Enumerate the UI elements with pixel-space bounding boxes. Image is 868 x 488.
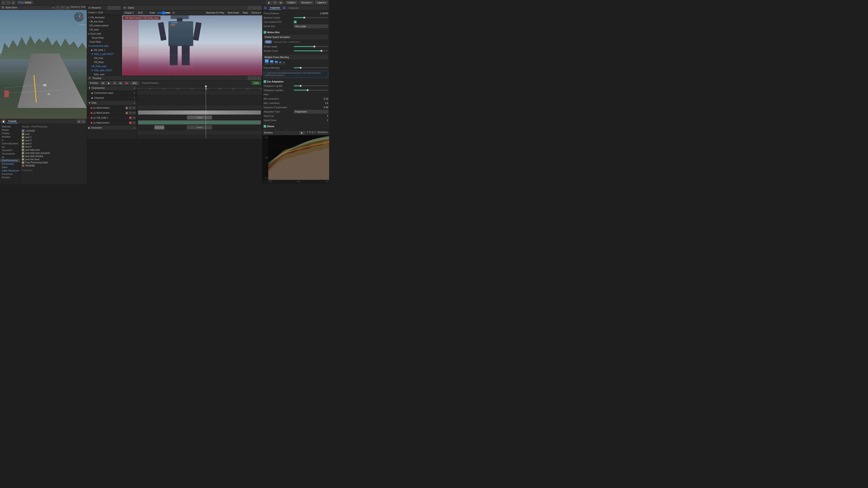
kernel-size-value[interactable]: Very Large xyxy=(294,25,328,28)
global-label[interactable]: Global xyxy=(25,1,31,4)
track-add-clearshot[interactable]: + xyxy=(134,97,135,99)
nav-cinemachine[interactable]: Cinemachine xyxy=(0,152,20,156)
file-license[interactable]: f LICENSE xyxy=(21,129,86,132)
hier-dolly-auto[interactable]: Dolly_auto xyxy=(87,72,122,75)
hier-cm-wide[interactable]: CM_wide xyxy=(87,28,122,32)
clip-mc2-muted[interactable]: Muted xyxy=(187,116,212,120)
tl-go-end-btn[interactable]: ⏭ xyxy=(118,81,123,85)
file-post[interactable]: ▶ post xyxy=(21,132,86,135)
undo-button[interactable]: ↩ xyxy=(1,1,5,5)
hier-dolly-auto-root[interactable]: ▼ Dolly_auto_ROOT xyxy=(87,68,122,72)
nav-modified[interactable]: Modified xyxy=(0,135,20,138)
hierarchy-create-btn[interactable]: Create ▾ xyxy=(88,11,96,14)
scene-add-btn[interactable]: + xyxy=(56,6,60,10)
tl-play-btn[interactable]: ▶ xyxy=(106,81,112,85)
file-post-dolly-auto-red[interactable]: ▶ post dolly auto red pants xyxy=(21,151,86,155)
nav-de[interactable]: de xyxy=(0,156,20,159)
hist-log-max-slider[interactable] xyxy=(294,90,328,91)
mute-label[interactable]: Mute Audio xyxy=(228,11,239,14)
console-filter-btn[interactable]: ⚙ xyxy=(81,120,86,124)
pivot-global-toggle[interactable]: Pivot Global xyxy=(17,1,33,4)
nav-ts[interactable]: ts xyxy=(0,138,20,142)
hier-cloud-multi[interactable]: ▶ Cloud multi xyxy=(87,32,122,36)
file-post5[interactable]: ▶ post 5 xyxy=(21,142,86,145)
tl-pause-btn[interactable]: ⏸ xyxy=(112,81,117,85)
gizmos-label[interactable]: Gizmos ▾ xyxy=(251,11,261,14)
track-mute-btn2[interactable]: M xyxy=(132,111,135,115)
hier-cloud-head[interactable]: Cloud Head xyxy=(87,36,122,40)
characters-group-header[interactable]: ▶ Characters + xyxy=(87,125,136,130)
adapt-type-value[interactable]: Progressive xyxy=(294,110,328,113)
hier-dolly1-path-root[interactable]: ▼ Dolly 1_path ROOT xyxy=(87,52,122,56)
aperture-slider[interactable] xyxy=(294,17,328,18)
nav-models[interactable]: Models xyxy=(0,128,20,132)
hier-min-btn[interactable]: — xyxy=(107,6,112,10)
eye-adaptation-checkbox[interactable]: ✓ xyxy=(264,80,266,83)
waveform-label[interactable]: Waveform xyxy=(318,131,328,135)
nav-am[interactable]: am xyxy=(0,145,20,149)
track-add-cm-basic[interactable]: + xyxy=(134,92,135,94)
file-post4[interactable]: ▶ post 4 xyxy=(21,139,86,142)
file-post2[interactable]: ▶ post 2 xyxy=(21,135,86,139)
cinemachine-group-header[interactable]: ▼ Cinemachine + xyxy=(87,86,136,91)
redo-button[interactable]: ↪ xyxy=(6,1,10,5)
clip-mc3-feet[interactable]: CM_Feet xyxy=(154,125,164,129)
aspect-label[interactable]: 16:9 xyxy=(137,11,143,14)
file-readme[interactable]: f README xyxy=(21,164,86,167)
clip-mc3-muted[interactable]: Muted xyxy=(187,125,212,129)
scale-btn[interactable]: ScAl xyxy=(81,6,86,10)
dolly-group-header[interactable]: ▼ Dolly + xyxy=(87,101,136,105)
console-tab[interactable]: Console xyxy=(7,120,18,123)
monitors-play-btn[interactable]: ▶ xyxy=(300,131,305,135)
track-lock-btn[interactable]: 🔒 xyxy=(125,106,128,109)
hier-max-btn[interactable]: □ xyxy=(112,6,116,10)
sample-count-slider[interactable] xyxy=(294,51,328,51)
r-channel-btn[interactable]: R xyxy=(309,131,311,135)
track-ctrl-3b[interactable]: 👁 xyxy=(132,116,135,120)
hier-cm-feet[interactable]: CM_Feet xyxy=(87,56,122,60)
track-mute-btn[interactable]: M xyxy=(132,106,135,109)
tl-min-btn[interactable]: — xyxy=(248,76,252,80)
step-button[interactable]: ⏭ xyxy=(278,1,283,4)
track-vis-btn[interactable]: 👁 xyxy=(129,106,132,109)
file-post-dolly-auto[interactable]: ▶ post dolly auto xyxy=(21,148,86,151)
dolly-add-btn[interactable]: + xyxy=(133,101,135,105)
track-ctrl-3a[interactable]: 🔴 xyxy=(129,116,132,120)
scale-slider[interactable] xyxy=(157,12,170,13)
frame-blending-slider[interactable] xyxy=(294,67,328,68)
preview-btn[interactable]: Preview xyxy=(88,81,100,85)
track-vis-btn2[interactable]: 👁 xyxy=(129,111,132,115)
hier-cloud-wide[interactable]: Cloud Wide xyxy=(87,40,122,44)
shutter-full-btn[interactable]: Full xyxy=(265,40,272,43)
b-channel-btn[interactable]: B xyxy=(314,131,316,135)
play-button[interactable]: ▶ xyxy=(267,1,272,4)
cinemachine-add-btn[interactable]: + xyxy=(133,86,135,90)
nav-materials[interactable]: Materials xyxy=(0,125,20,128)
hier-cm-tracker[interactable]: CM_tracker behind xyxy=(87,24,122,28)
game-close-btn[interactable]: × xyxy=(257,6,261,10)
track-lock-btn2[interactable]: 🔒 xyxy=(125,111,128,115)
tl-go-start-btn[interactable]: ⏮ xyxy=(101,81,105,85)
g-channel-btn[interactable]: G xyxy=(311,131,313,135)
hier-cm-dolly1[interactable]: ▶ CM_Dolly 1 xyxy=(87,48,122,52)
game-min-btn[interactable]: — xyxy=(248,6,252,10)
clip-cmdolly[interactable] xyxy=(138,121,261,125)
track-ctrl-4a[interactable]: 🔴 xyxy=(129,121,132,125)
add-track-btn[interactable]: Add▾ xyxy=(252,81,261,85)
hist-log-min-slider[interactable] xyxy=(294,86,328,86)
pivot-label[interactable]: Pivot xyxy=(19,1,24,4)
maximize-label[interactable]: Maximise On Play xyxy=(206,11,224,14)
y-channel-btn[interactable]: Y xyxy=(307,131,308,135)
scene-grid-btn[interactable]: # xyxy=(61,6,65,10)
use-camera-fov-checkbox[interactable]: ✓ xyxy=(294,21,297,23)
pause-button[interactable]: ⏸ xyxy=(273,1,278,4)
hier-cinemachine-dolly[interactable]: ▼ Cinemachine dally xyxy=(87,44,122,48)
nav-gizante[interactable]: GizanteFX xyxy=(0,149,20,152)
collab-button[interactable]: Collab ▾ xyxy=(285,1,298,4)
hier-cm-dolly-auto[interactable]: CM_Dolly_auto xyxy=(87,64,122,68)
inspector-tab2[interactable]: Inspector xyxy=(288,6,300,10)
hier-close-btn[interactable]: × xyxy=(116,6,121,10)
nav-runtime[interactable]: Runtime xyxy=(0,176,20,179)
account-button[interactable]: Account ▾ xyxy=(299,1,313,4)
nav-editor[interactable]: Editor xyxy=(0,166,20,169)
